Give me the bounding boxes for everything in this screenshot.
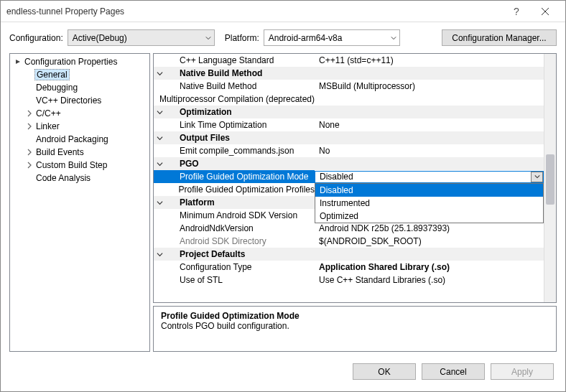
property-name: Minimum Android SDK Version (180, 210, 297, 220)
tree-item[interactable]: VC++ Directories (10, 94, 149, 107)
property-value[interactable] (315, 131, 544, 144)
property-grid[interactable]: C++ Language StandardC++11 (std=c++11)Na… (153, 53, 557, 303)
config-row: Configuration: Active(Debug) Platform: A… (1, 22, 565, 53)
property-group[interactable]: Output Files (154, 131, 544, 144)
property-value[interactable] (315, 106, 544, 118)
collapse-icon (154, 161, 165, 167)
property-name: Output Files (180, 133, 230, 143)
property-row[interactable]: Multiprocessor Compilation (deprecated) (154, 93, 544, 106)
property-name: Android SDK Directory (180, 236, 266, 246)
property-row[interactable]: Configuration TypeApplication Shared Lib… (154, 261, 544, 274)
property-row[interactable]: AndroidNdkVersionAndroid NDK r25b (25.1.… (154, 222, 544, 235)
property-name: Project Defaults (180, 249, 245, 259)
configuration-manager-button[interactable]: Configuration Manager... (442, 29, 557, 46)
property-row[interactable]: Profile Guided Optimization ModeDisabled (154, 170, 544, 183)
description-box: Profile Guided Optimization Mode Control… (153, 306, 557, 352)
property-value[interactable]: Application Shared Library (.so) (315, 261, 544, 274)
close-icon[interactable] (531, 1, 560, 22)
configuration-label: Configuration: (9, 33, 63, 43)
property-group[interactable]: Project Defaults (154, 248, 544, 261)
tree-item[interactable]: C/C++ (10, 107, 149, 120)
property-value[interactable] (315, 93, 544, 106)
property-name: Optimization (180, 107, 232, 117)
apply-button[interactable]: Apply (491, 363, 554, 380)
window-title: endless-tunnel Property Pages (6, 6, 502, 17)
property-value[interactable]: $(ANDROID_SDK_ROOT) (315, 235, 544, 248)
titlebar: endless-tunnel Property Pages ? (1, 1, 565, 22)
expand-icon (24, 110, 34, 117)
property-name: Profile Guided Optimization Mode (180, 172, 308, 182)
property-name: Multiprocessor Compilation (deprecated) (159, 94, 315, 104)
property-name: AndroidNdkVersion (180, 223, 254, 233)
cancel-button[interactable]: Cancel (422, 363, 485, 380)
dropdown-option[interactable]: Instrumented (315, 197, 543, 210)
scroll-thumb[interactable] (546, 154, 555, 205)
tree-item[interactable]: Debugging (10, 81, 149, 94)
scrollbar[interactable] (544, 54, 556, 302)
property-value[interactable]: None (315, 118, 544, 131)
tree-item[interactable]: General (10, 68, 149, 81)
dropdown-option[interactable]: Optimized (315, 210, 543, 223)
chevron-down-icon (205, 33, 211, 43)
tree-item[interactable]: Custom Build Step (10, 159, 149, 172)
property-name: Link Time Optimization (180, 120, 266, 130)
property-value[interactable] (315, 67, 544, 80)
property-name: Configuration Type (180, 262, 252, 272)
property-name: Platform (180, 197, 215, 207)
platform-label: Platform: (225, 33, 259, 43)
property-row[interactable]: Android SDK Directory$(ANDROID_SDK_ROOT) (154, 235, 544, 248)
platform-select[interactable]: Android-arm64-v8a (264, 29, 400, 46)
chevron-down-icon (391, 33, 396, 43)
property-row[interactable]: Use of STLUse C++ Standard Libraries (.s… (154, 274, 544, 286)
property-name: Use of STL (180, 275, 223, 285)
property-value[interactable]: Use C++ Standard Libraries (.so) (315, 274, 544, 286)
property-value[interactable]: No (315, 144, 544, 157)
expand-icon (24, 149, 34, 156)
configuration-value: Active(Debug) (73, 33, 127, 43)
description-title: Profile Guided Optimization Mode (161, 311, 549, 321)
expand-icon (24, 123, 34, 130)
property-group[interactable]: Native Build Method (154, 67, 544, 80)
collapse-icon (154, 109, 165, 116)
property-value[interactable]: Android NDK r25b (25.1.8937393) (315, 222, 544, 235)
property-row[interactable]: Emit compile_commands.jsonNo (154, 144, 544, 157)
description-text: Controls PGO build configuration. (161, 321, 549, 331)
property-name: Native Build Method (180, 81, 256, 91)
property-row[interactable]: Native Build MethodMSBuild (Multiprocess… (154, 80, 544, 93)
platform-value: Android-arm64-v8a (269, 33, 343, 43)
tree-root[interactable]: Configuration Properties (10, 55, 149, 68)
property-row[interactable]: Link Time OptimizationNone (154, 118, 544, 131)
expand-icon (24, 162, 34, 169)
property-value[interactable]: C++11 (std=c++11) (315, 54, 544, 67)
property-value[interactable] (315, 248, 544, 261)
property-name: C++ Language Standard (180, 55, 274, 65)
collapse-icon (154, 135, 165, 141)
property-row[interactable]: C++ Language StandardC++11 (std=c++11) (154, 54, 544, 67)
tree-item[interactable]: Android Packaging (10, 133, 149, 146)
collapse-icon (154, 200, 165, 206)
collapse-icon (13, 58, 23, 65)
dropdown-button[interactable] (531, 172, 543, 182)
pgo-mode-dropdown[interactable]: DisabledInstrumentedOptimized (315, 183, 544, 223)
ok-button[interactable]: OK (353, 363, 416, 380)
help-icon[interactable]: ? (502, 1, 531, 22)
configuration-select[interactable]: Active(Debug) (68, 29, 215, 46)
property-name: PGO (180, 159, 199, 169)
dropdown-option[interactable]: Disabled (315, 184, 543, 197)
property-value[interactable] (315, 157, 544, 170)
property-value[interactable]: MSBuild (Multiprocessor) (315, 80, 544, 93)
property-group[interactable]: Optimization (154, 106, 544, 118)
property-name: Profile Guided Optimization Profiles (179, 185, 315, 195)
property-value[interactable]: Disabled (315, 171, 544, 183)
property-group[interactable]: PGO (154, 157, 544, 170)
collapse-icon (154, 251, 165, 258)
property-name: Native Build Method (180, 68, 262, 78)
collapse-icon (154, 70, 165, 77)
dialog-footer: OK Cancel Apply (1, 352, 565, 380)
property-name: Emit compile_commands.json (180, 146, 294, 156)
nav-tree[interactable]: Configuration Properties GeneralDebuggin… (9, 53, 150, 352)
tree-item[interactable]: Build Events (10, 146, 149, 159)
tree-item[interactable]: Linker (10, 120, 149, 133)
tree-item[interactable]: Code Analysis (10, 172, 149, 185)
